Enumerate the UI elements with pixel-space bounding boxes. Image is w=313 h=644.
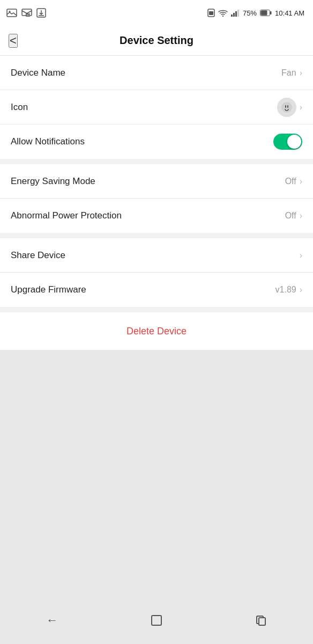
- back-button[interactable]: <: [9, 34, 18, 48]
- svg-rect-18: [285, 105, 286, 108]
- abnormal-power-chevron: ›: [300, 211, 302, 221]
- energy-saving-value: Off: [285, 177, 296, 186]
- outlet-icon: [281, 101, 293, 113]
- upgrade-firmware-chevron: ›: [300, 285, 302, 295]
- device-name-right: Fan ›: [281, 68, 302, 78]
- message-icon: SD: [21, 9, 32, 17]
- notifications-right: [273, 134, 302, 150]
- upgrade-firmware-item[interactable]: Upgrade Firmware v1.89 ›: [0, 273, 313, 307]
- time-display: 10:41 AM: [275, 9, 304, 17]
- gallery-icon: [6, 9, 17, 17]
- nav-home-icon: [150, 614, 163, 627]
- svg-rect-16: [261, 11, 267, 16]
- notifications-label: Allow Notifications: [11, 136, 85, 147]
- download-icon: [36, 8, 46, 18]
- abnormal-power-item[interactable]: Abnormal Power Protection Off ›: [0, 199, 313, 233]
- svg-rect-20: [152, 616, 161, 625]
- section-group-1: Device Name Fan › Icon › Allow Notificat…: [0, 56, 313, 159]
- delete-section: Delete Device: [0, 312, 313, 350]
- nav-recent-icon: [255, 614, 267, 627]
- toggle-thumb: [287, 135, 301, 149]
- delete-device-button[interactable]: Delete Device: [126, 326, 187, 337]
- share-device-label: Share Device: [11, 250, 65, 261]
- nav-back-button[interactable]: ←: [36, 608, 68, 633]
- notifications-toggle[interactable]: [273, 134, 302, 150]
- section-group-2: Energy Saving Mode Off › Abnormal Power …: [0, 164, 313, 233]
- abnormal-power-value: Off: [285, 211, 296, 221]
- nav-home-button[interactable]: [140, 608, 173, 633]
- battery-percentage: 75%: [243, 9, 257, 17]
- section-group-3: Share Device › Upgrade Firmware v1.89 ›: [0, 238, 313, 307]
- abnormal-power-label: Abnormal Power Protection: [11, 210, 122, 221]
- svg-rect-10: [231, 14, 233, 17]
- svg-point-17: [281, 102, 292, 113]
- energy-saving-chevron: ›: [300, 177, 302, 186]
- upgrade-firmware-label: Upgrade Firmware: [11, 284, 86, 295]
- svg-rect-19: [287, 105, 288, 108]
- upgrade-firmware-right: v1.89 ›: [275, 285, 302, 295]
- battery-icon: [260, 10, 272, 16]
- svg-rect-15: [270, 11, 272, 14]
- wifi-icon: [218, 9, 228, 17]
- svg-rect-12: [235, 11, 237, 17]
- status-bar: SD 75%: [0, 0, 313, 26]
- svg-text:SD: SD: [26, 13, 30, 17]
- share-device-item[interactable]: Share Device ›: [0, 238, 313, 273]
- icon-right: ›: [277, 98, 302, 117]
- svg-point-9: [222, 16, 223, 17]
- bottom-spacer: [0, 350, 313, 617]
- abnormal-power-right: Off ›: [285, 211, 302, 221]
- svg-rect-13: [237, 10, 239, 17]
- energy-saving-item[interactable]: Energy Saving Mode Off ›: [0, 164, 313, 199]
- bottom-nav: ←: [0, 601, 313, 644]
- svg-rect-8: [209, 11, 213, 15]
- svg-rect-22: [259, 618, 265, 625]
- energy-saving-right: Off ›: [285, 177, 302, 186]
- sim-icon: [207, 9, 215, 17]
- status-bar-left-icons: SD: [6, 8, 46, 18]
- page-header: < Device Setting: [0, 26, 313, 56]
- icon-label: Icon: [11, 102, 28, 113]
- icon-item[interactable]: Icon ›: [0, 90, 313, 125]
- energy-saving-label: Energy Saving Mode: [11, 176, 95, 187]
- svg-rect-11: [233, 13, 235, 17]
- device-name-value: Fan: [281, 68, 296, 78]
- nav-back-icon: ←: [46, 613, 58, 627]
- page-title: Device Setting: [120, 34, 193, 47]
- toggle-track: [273, 134, 302, 150]
- signal-icon: [231, 9, 240, 17]
- device-name-chevron: ›: [300, 68, 302, 78]
- nav-recent-button[interactable]: [245, 608, 277, 633]
- share-device-chevron: ›: [300, 251, 302, 260]
- device-name-item[interactable]: Device Name Fan ›: [0, 56, 313, 90]
- notifications-item[interactable]: Allow Notifications: [0, 125, 313, 159]
- device-name-label: Device Name: [11, 68, 65, 78]
- firmware-version: v1.89: [275, 285, 296, 295]
- share-device-right: ›: [300, 251, 302, 260]
- icon-chevron: ›: [300, 103, 302, 112]
- status-bar-right: 75% 10:41 AM: [207, 9, 304, 17]
- plug-icon-circle: [277, 98, 296, 117]
